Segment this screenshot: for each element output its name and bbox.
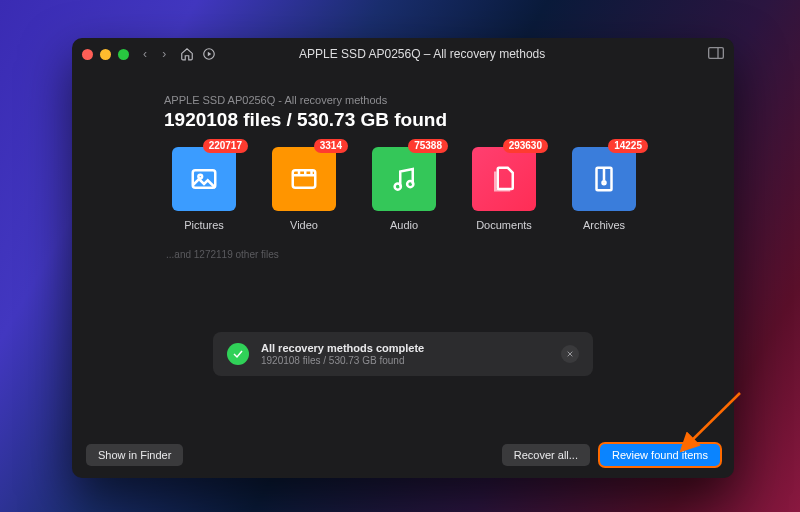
video-icon <box>289 164 319 194</box>
category-video[interactable]: 3314 Video <box>264 147 344 231</box>
close-icon <box>566 350 574 358</box>
show-in-finder-button[interactable]: Show in Finder <box>86 444 183 466</box>
category-label: Archives <box>583 219 625 231</box>
archives-icon <box>589 164 619 194</box>
status-close-button[interactable] <box>561 345 579 363</box>
audio-icon <box>389 164 419 194</box>
documents-tile: 293630 <box>472 147 536 211</box>
status-bar: All recovery methods complete 1920108 fi… <box>213 332 593 376</box>
badge-count: 75388 <box>408 139 448 153</box>
svg-point-11 <box>407 181 413 187</box>
category-audio[interactable]: 75388 Audio <box>364 147 444 231</box>
category-row: 220717 Pictures 3314 Video 75388 Audio <box>164 147 706 231</box>
documents-icon <box>489 164 519 194</box>
category-label: Audio <box>390 219 418 231</box>
other-files-note: ...and 1272119 other files <box>166 249 706 260</box>
status-text: All recovery methods complete 1920108 fi… <box>261 342 424 366</box>
review-found-items-button[interactable]: Review found items <box>600 444 720 466</box>
badge-count: 220717 <box>203 139 248 153</box>
category-documents[interactable]: 293630 Documents <box>464 147 544 231</box>
close-window-button[interactable] <box>82 49 93 60</box>
footer-bar: Show in Finder Recover all... Review fou… <box>72 432 734 478</box>
window-title: APPLE SSD AP0256Q – All recovery methods <box>144 47 700 61</box>
category-archives[interactable]: 14225 Archives <box>564 147 644 231</box>
svg-point-14 <box>603 181 606 184</box>
drive-subtitle: APPLE SSD AP0256Q - All recovery methods <box>164 94 706 106</box>
pictures-icon <box>189 164 219 194</box>
success-check-icon <box>227 343 249 365</box>
window-controls <box>82 49 129 60</box>
audio-tile: 75388 <box>372 147 436 211</box>
app-window: ‹ › APPLE SSD AP0256Q – All recovery met… <box>72 38 734 478</box>
svg-rect-1 <box>709 48 724 59</box>
video-tile: 3314 <box>272 147 336 211</box>
category-pictures[interactable]: 220717 Pictures <box>164 147 244 231</box>
status-secondary: 1920108 files / 530.73 GB found <box>261 355 424 366</box>
badge-count: 14225 <box>608 139 648 153</box>
archives-tile: 14225 <box>572 147 636 211</box>
category-label: Pictures <box>184 219 224 231</box>
category-label: Video <box>290 219 318 231</box>
summary-headline: 1920108 files / 530.73 GB found <box>164 109 706 131</box>
titlebar: ‹ › APPLE SSD AP0256Q – All recovery met… <box>72 38 734 70</box>
badge-count: 293630 <box>503 139 548 153</box>
sidebar-toggle-icon[interactable] <box>708 45 724 63</box>
minimize-window-button[interactable] <box>100 49 111 60</box>
svg-point-10 <box>395 183 401 189</box>
zoom-window-button[interactable] <box>118 49 129 60</box>
pictures-tile: 220717 <box>172 147 236 211</box>
category-label: Documents <box>476 219 532 231</box>
main-content: APPLE SSD AP0256Q - All recovery methods… <box>72 70 734 432</box>
status-primary: All recovery methods complete <box>261 342 424 354</box>
recover-all-button[interactable]: Recover all... <box>502 444 590 466</box>
badge-count: 3314 <box>314 139 348 153</box>
